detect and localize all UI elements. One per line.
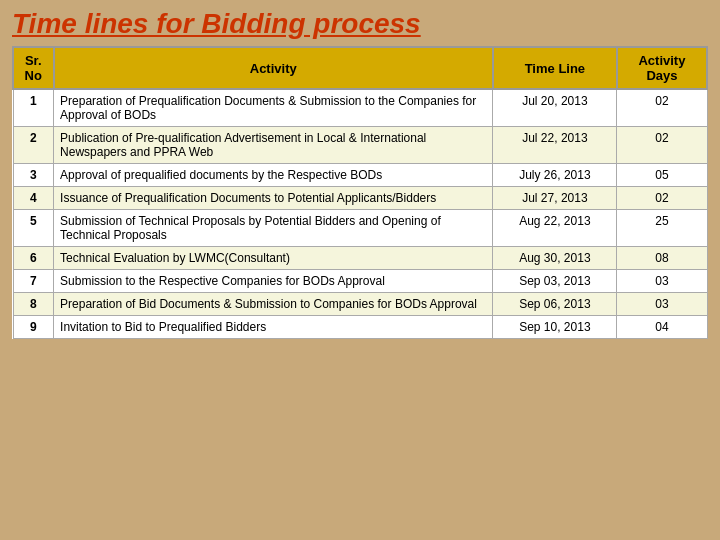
cell-activity: Technical Evaluation by LWMC(Consultant) (54, 247, 493, 270)
table-row: 1Preparation of Prequalification Documen… (13, 89, 707, 127)
cell-sr: 9 (13, 316, 54, 339)
cell-activity: Issuance of Prequalification Documents t… (54, 187, 493, 210)
cell-timeline: Jul 22, 2013 (493, 127, 617, 164)
cell-days: 02 (617, 89, 707, 127)
cell-timeline: Sep 06, 2013 (493, 293, 617, 316)
table-row: 2Publication of Pre-qualification Advert… (13, 127, 707, 164)
cell-timeline: Sep 10, 2013 (493, 316, 617, 339)
table-body: 1Preparation of Prequalification Documen… (13, 89, 707, 339)
cell-timeline: Aug 30, 2013 (493, 247, 617, 270)
cell-activity: Invitation to Bid to Prequalified Bidder… (54, 316, 493, 339)
table-row: 3Approval of prequalified documents by t… (13, 164, 707, 187)
cell-activity: Preparation of Bid Documents & Submissio… (54, 293, 493, 316)
cell-sr: 6 (13, 247, 54, 270)
cell-sr: 5 (13, 210, 54, 247)
cell-activity: Submission to the Respective Companies f… (54, 270, 493, 293)
header-sr: Sr. No (13, 47, 54, 89)
cell-activity: Preparation of Prequalification Document… (54, 89, 493, 127)
table-row: 7Submission to the Respective Companies … (13, 270, 707, 293)
cell-days: 03 (617, 293, 707, 316)
cell-sr: 1 (13, 89, 54, 127)
cell-activity: Publication of Pre-qualification Adverti… (54, 127, 493, 164)
header-timeline: Time Line (493, 47, 617, 89)
cell-timeline: Sep 03, 2013 (493, 270, 617, 293)
cell-days: 04 (617, 316, 707, 339)
table-row: 8Preparation of Bid Documents & Submissi… (13, 293, 707, 316)
cell-sr: 7 (13, 270, 54, 293)
cell-activity: Approval of prequalified documents by th… (54, 164, 493, 187)
cell-sr: 3 (13, 164, 54, 187)
table-row: 4Issuance of Prequalification Documents … (13, 187, 707, 210)
table-row: 5Submission of Technical Proposals by Po… (13, 210, 707, 247)
table-header-row: Sr. No Activity Time Line Activity Days (13, 47, 707, 89)
header-activity: Activity (54, 47, 493, 89)
page-title: Time lines for Bidding process (12, 8, 708, 40)
table-row: 9Invitation to Bid to Prequalified Bidde… (13, 316, 707, 339)
cell-days: 08 (617, 247, 707, 270)
page-wrapper: Time lines for Bidding process Sr. No Ac… (0, 0, 720, 540)
header-days: Activity Days (617, 47, 707, 89)
cell-sr: 4 (13, 187, 54, 210)
table-row: 6Technical Evaluation by LWMC(Consultant… (13, 247, 707, 270)
cell-days: 02 (617, 127, 707, 164)
cell-timeline: Jul 20, 2013 (493, 89, 617, 127)
cell-days: 02 (617, 187, 707, 210)
cell-timeline: Aug 22, 2013 (493, 210, 617, 247)
cell-days: 03 (617, 270, 707, 293)
cell-timeline: Jul 27, 2013 (493, 187, 617, 210)
cell-activity: Submission of Technical Proposals by Pot… (54, 210, 493, 247)
cell-sr: 8 (13, 293, 54, 316)
cell-timeline: July 26, 2013 (493, 164, 617, 187)
cell-days: 05 (617, 164, 707, 187)
cell-sr: 2 (13, 127, 54, 164)
bidding-table: Sr. No Activity Time Line Activity Days … (12, 46, 708, 339)
cell-days: 25 (617, 210, 707, 247)
